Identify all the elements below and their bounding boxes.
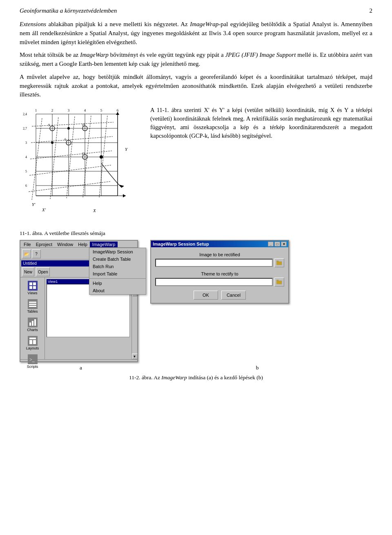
menu-help[interactable]: Help [76, 242, 90, 247]
menu-imagewarp-session[interactable]: ImageWarp Session [89, 248, 146, 255]
svg-line-31 [31, 137, 113, 143]
svg-rect-60 [29, 304, 36, 305]
layouts-label: Layouts [26, 346, 39, 350]
sidebar-layouts[interactable]: Layouts [21, 334, 44, 352]
imagewarp-dropdown: ImageWarp Session Create Batch Table Bat… [89, 248, 146, 295]
charts-label: Charts [27, 328, 38, 332]
svg-text:4: 4 [25, 155, 27, 159]
tables-icon [28, 299, 38, 309]
diagram-svg: 1 2 3 4 5 6 2,4 2,7 3 4 5 6 [20, 106, 142, 224]
svg-line-33 [29, 165, 111, 175]
menu-about[interactable]: About [89, 287, 146, 294]
view1-label: View1 [48, 280, 58, 284]
caption-row: a b [20, 365, 372, 371]
field-group-1: Image to be rectified [155, 252, 284, 267]
svg-marker-52 [123, 194, 126, 197]
cancel-button[interactable]: Cancel [221, 291, 246, 300]
field-group-2: Theme to rectify to [155, 271, 284, 287]
dialog-window: ImageWarp Session Setup _ □ ✕ Image to b… [150, 240, 289, 304]
svg-rect-66 [29, 340, 32, 344]
svg-text:9: 9 [48, 123, 50, 127]
svg-text:2: 2 [51, 108, 53, 112]
p1-text: Extensions ablakában pipáljuk ki a neve … [20, 21, 372, 45]
svg-text:4: 4 [84, 108, 86, 112]
dialog-body: Image to be rectified Theme to rectify t… [151, 247, 288, 303]
field2-label: Theme to rectify to [155, 271, 284, 276]
paragraph-3: A művelet alapelve az, hogy betöltjük mi… [20, 73, 372, 99]
charts-icon [28, 318, 38, 327]
figure-right-text: A 11-1. ábra szerinti X' és Y' a képi (v… [150, 106, 372, 144]
menu-eproject[interactable]: Eproject [33, 242, 55, 247]
field2-input-row [155, 278, 284, 287]
tables-label: Tables [27, 309, 38, 313]
svg-text:3: 3 [25, 141, 27, 145]
dialog-buttons: OK Cancel [155, 291, 284, 300]
svg-rect-62 [29, 322, 31, 326]
menu-create-batch[interactable]: Create Batch Table [89, 255, 146, 263]
views-icon [28, 281, 38, 291]
field1-label: Image to be rectified [155, 252, 284, 257]
svg-text:>_: >_ [29, 357, 35, 363]
svg-point-41 [67, 127, 70, 130]
menu-imagewarp[interactable]: ImageWarp [90, 242, 118, 247]
diagram: 1 2 3 4 5 6 2,4 2,7 3 4 5 6 [20, 106, 142, 228]
paragraph-1: Extensions ablakában pipáljuk ki a neve … [20, 20, 372, 47]
menu-import-table[interactable]: Import Table [89, 270, 146, 278]
svg-rect-74 [276, 280, 278, 281]
menu-divider [89, 278, 146, 279]
menu-batch-run[interactable]: Batch Run [89, 263, 146, 270]
toolbar-open-btn[interactable]: 📂 [22, 249, 31, 258]
svg-rect-73 [276, 281, 278, 282]
sidebar-views[interactable]: Views [21, 279, 44, 297]
sidebar-tables[interactable]: Tables [21, 298, 44, 315]
field2-browse-btn[interactable] [274, 278, 284, 287]
dialog-maximize[interactable]: □ [274, 242, 280, 246]
svg-rect-71 [276, 261, 278, 262]
svg-text:6: 6 [117, 108, 119, 112]
svg-line-28 [83, 116, 91, 197]
field1-input[interactable] [155, 259, 273, 267]
dialog-titlebar: ImageWarp Session Setup _ □ ✕ [151, 241, 288, 247]
menu-window[interactable]: Window [55, 242, 76, 247]
field2-input[interactable] [155, 278, 273, 286]
layouts-icon [28, 336, 38, 346]
ok-button[interactable]: OK [194, 291, 218, 300]
page-header: Geoinformatika a környezetvédelemben 2 [20, 7, 372, 14]
dialog-minimize[interactable]: _ [268, 242, 274, 246]
field1-browse-btn[interactable] [274, 258, 284, 267]
field1-input-row [155, 258, 284, 267]
scroll-down[interactable]: ▼ [132, 354, 138, 359]
svg-text:2,7: 2,7 [23, 127, 27, 130]
svg-text:15: 15 [82, 152, 85, 156]
figure-caption-1: 11-1. ábra. A vetületbe illesztés sémája [20, 230, 105, 237]
menu-file[interactable]: File [21, 242, 33, 247]
svg-line-34 [29, 181, 110, 192]
svg-rect-64 [34, 319, 36, 326]
menubar: File Eproject Window Help ImageWarp [20, 241, 137, 248]
toolbar-help-btn[interactable]: ? [32, 249, 41, 258]
svg-point-39 [100, 155, 103, 159]
figure-description: A 11-1. ábra szerinti X' és Y' a képi (v… [150, 106, 372, 140]
win-sidebar: Views Tables Charts [20, 278, 45, 359]
svg-text:18: 18 [82, 123, 85, 127]
open-btn[interactable]: Open [36, 267, 50, 276]
svg-rect-65 [29, 338, 36, 339]
paragraph-2: Most tehát töltsük be az ImageWarp bővít… [20, 51, 372, 69]
svg-text:6: 6 [25, 184, 27, 188]
svg-point-40 [51, 141, 53, 144]
sidebar-charts[interactable]: Charts [21, 316, 44, 334]
menu-imagewarp-help[interactable]: Help [89, 280, 146, 287]
svg-text:1: 1 [35, 108, 37, 112]
document-title: Geoinformatika a környezetvédelemben [20, 7, 117, 14]
svg-text:X: X [93, 208, 96, 213]
svg-rect-57 [29, 286, 32, 289]
svg-text:6: 6 [65, 138, 66, 141]
svg-text:3: 3 [68, 108, 70, 112]
sub-title: Untitled [23, 261, 37, 266]
new-btn[interactable]: New [22, 267, 34, 276]
svg-text:Y': Y' [32, 202, 36, 207]
dialog-close[interactable]: ✕ [281, 242, 287, 246]
svg-text:5: 5 [25, 170, 27, 173]
svg-rect-63 [32, 321, 33, 326]
sidebar-scripts[interactable]: >_ Scripts [21, 353, 44, 370]
